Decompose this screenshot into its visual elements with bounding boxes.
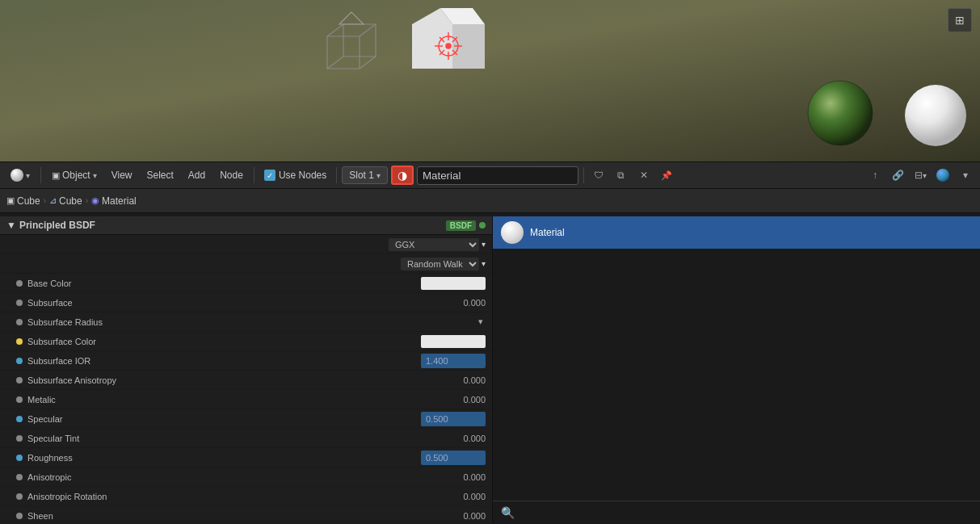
prop-label: Anisotropic Rotation bbox=[27, 492, 453, 501]
material-list-item[interactable]: Material bbox=[493, 216, 980, 249]
breadcrumb-sep1: › bbox=[44, 196, 46, 205]
material-name-input[interactable] bbox=[417, 166, 578, 185]
material-list: Material bbox=[493, 216, 980, 249]
property-fields: Base ColorSubsurface0.000Subsurface Radi… bbox=[0, 274, 492, 524]
link-icon: 🔗 bbox=[892, 170, 904, 181]
color-swatch[interactable] bbox=[421, 335, 486, 348]
unlink-button[interactable]: ✕ bbox=[634, 166, 654, 185]
prop-number-value: 0.000 bbox=[453, 511, 486, 521]
prop-dot bbox=[16, 493, 23, 500]
distribution-select[interactable]: GGX Multiscatter GGX bbox=[389, 238, 479, 251]
svg-point-25 bbox=[905, 85, 966, 146]
prop-dot bbox=[16, 319, 23, 325]
breadcrumb-cube-mesh-label: Cube bbox=[59, 195, 82, 207]
mode-chevron bbox=[93, 170, 97, 181]
search-icon: 🔍 bbox=[501, 506, 515, 519]
more-button[interactable]: ▾ bbox=[956, 166, 975, 185]
grid-view-button[interactable]: ⊞ bbox=[948, 8, 972, 32]
main-toolbar: ▣ Object View Select Add Node ✓ Use Node… bbox=[0, 161, 980, 189]
prop-row: Subsurface0.000 bbox=[0, 293, 492, 312]
pin-icon: 📌 bbox=[661, 170, 672, 181]
select-label: Select bbox=[146, 170, 173, 181]
prop-dot bbox=[16, 416, 23, 422]
main-content: ▼ Principled BSDF BSDF GGX Multiscatter … bbox=[0, 216, 980, 524]
object-mode-button[interactable]: ▣ Object bbox=[46, 167, 103, 183]
prop-dot bbox=[16, 435, 23, 442]
shield-button[interactable]: 🛡 bbox=[589, 166, 608, 185]
breadcrumb-item-cube-obj[interactable]: ▣ Cube bbox=[6, 195, 40, 207]
add-menu-button[interactable]: Add bbox=[183, 167, 211, 183]
view-label: View bbox=[111, 170, 132, 181]
prop-label: Subsurface Radius bbox=[27, 317, 478, 327]
shading-mode-button[interactable] bbox=[5, 166, 36, 184]
prop-dot bbox=[16, 396, 23, 403]
prop-number-value: 0.000 bbox=[453, 492, 486, 501]
node-menu-button[interactable]: Node bbox=[214, 167, 249, 183]
prop-number-value: 0.000 bbox=[453, 395, 486, 405]
list-spacer bbox=[493, 249, 980, 501]
add-label: Add bbox=[188, 170, 205, 181]
prop-select-indicator: ▾ bbox=[478, 316, 483, 327]
browse-material-button[interactable]: ◑ bbox=[391, 166, 414, 185]
prop-number-value: 0.000 bbox=[453, 434, 486, 443]
close-icon: ✕ bbox=[640, 170, 648, 181]
properties-panel: ▼ Principled BSDF BSDF GGX Multiscatter … bbox=[0, 216, 493, 524]
prop-row: Specular0.500 bbox=[0, 409, 492, 429]
layout-button[interactable]: ⊟ bbox=[911, 166, 930, 185]
prop-row: Subsurface Color bbox=[0, 332, 492, 351]
layout-chevron bbox=[923, 170, 927, 181]
use-nodes-toggle[interactable]: ✓ Use Nodes bbox=[259, 167, 331, 183]
subsurface-method-select[interactable]: Random Walk Burley bbox=[401, 258, 479, 270]
prop-label: Subsurface Color bbox=[27, 337, 421, 346]
search-bar: 🔍 bbox=[493, 501, 980, 524]
viewport[interactable]: ⊞ bbox=[0, 0, 980, 161]
dist-chevron: ▾ bbox=[482, 240, 486, 249]
prop-label: Subsurface Anisotropy bbox=[27, 375, 453, 385]
prop-row: Base Color bbox=[0, 274, 492, 293]
sphere-view-button[interactable] bbox=[933, 166, 953, 185]
prop-dot bbox=[16, 455, 23, 461]
prop-bar-blue[interactable]: 0.500 bbox=[421, 451, 486, 465]
use-nodes-checkbox[interactable]: ✓ bbox=[264, 170, 275, 181]
prop-bar-blue[interactable]: 1.400 bbox=[421, 354, 486, 368]
prop-row: Roughness0.500 bbox=[0, 448, 492, 467]
slot-selector[interactable]: Slot 1 bbox=[342, 166, 388, 184]
sep4 bbox=[583, 167, 584, 183]
prop-row: Subsurface IOR1.400 bbox=[0, 351, 492, 371]
prop-number-value: 0.000 bbox=[453, 472, 486, 482]
object-cube-icon: ▣ bbox=[52, 170, 60, 181]
shading-chevron bbox=[26, 170, 30, 181]
mesh-icon: ⊿ bbox=[49, 195, 57, 206]
prop-label: Roughness bbox=[27, 453, 421, 463]
prop-number-value: 0.000 bbox=[453, 298, 486, 308]
search-input[interactable] bbox=[519, 507, 972, 518]
prop-dot bbox=[16, 513, 23, 519]
up-arrow-button[interactable]: ↑ bbox=[865, 166, 885, 185]
pin-button[interactable]: 📌 bbox=[657, 166, 676, 185]
copy-button[interactable]: ⧉ bbox=[612, 166, 631, 185]
color-swatch[interactable] bbox=[421, 277, 486, 290]
prop-row: Sheen0.000 bbox=[0, 506, 492, 524]
sep2 bbox=[254, 167, 254, 183]
material-icon: ◉ bbox=[91, 195, 99, 206]
link-button[interactable]: 🔗 bbox=[888, 166, 907, 185]
subsurface-method-row: Random Walk Burley ▾ bbox=[0, 254, 492, 274]
breadcrumb-item-material[interactable]: ◉ Material bbox=[91, 195, 137, 207]
breadcrumb-item-cube-mesh[interactable]: ⊿ Cube bbox=[49, 195, 82, 207]
cube-small-icon: ▣ bbox=[6, 195, 15, 206]
collapse-icon[interactable]: ▼ bbox=[6, 220, 16, 231]
prop-row: Anisotropic Rotation0.000 bbox=[0, 487, 492, 506]
material-preview bbox=[501, 221, 524, 244]
prop-label: Anisotropic bbox=[27, 472, 453, 482]
svg-point-17 bbox=[446, 44, 451, 48]
prop-dot bbox=[16, 377, 23, 384]
copy-icon: ⧉ bbox=[617, 170, 625, 181]
prop-label: Specular Tint bbox=[27, 434, 453, 443]
prop-label: Metalic bbox=[27, 395, 453, 405]
select-menu-button[interactable]: Select bbox=[141, 167, 179, 183]
breadcrumb-cube-label: Cube bbox=[17, 195, 40, 207]
view-menu-button[interactable]: View bbox=[106, 167, 138, 183]
method-chevron: ▾ bbox=[482, 259, 486, 268]
layout-icon: ⊟ bbox=[915, 170, 923, 181]
prop-bar-blue[interactable]: 0.500 bbox=[421, 412, 486, 426]
